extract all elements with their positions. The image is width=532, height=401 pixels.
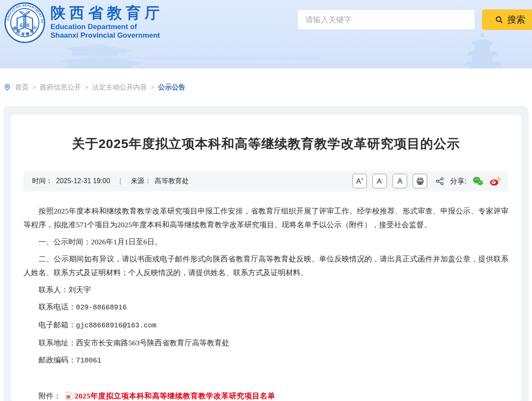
wechat-share-icon[interactable] xyxy=(472,175,484,187)
breadcrumb-separator: > xyxy=(151,84,154,91)
contact-address-label: 联系地址： xyxy=(38,339,76,347)
location-pin-icon xyxy=(3,83,11,91)
source-value: 高等教育处 xyxy=(154,177,189,186)
paragraph-item-1: 一、公示时间：2026年1月1日至6日。 xyxy=(24,235,508,249)
contact-phone-label: 联系电话： xyxy=(38,303,76,311)
font-increase-button[interactable]: A+ xyxy=(352,174,367,188)
contact-email-row: 电子邮箱：gjc88668916@163.com xyxy=(24,318,508,333)
weibo-share-icon[interactable] xyxy=(489,175,501,187)
attachment-row: 附件： PDF 2025年度拟立项本科和高等继续教育教学改革研究项目名单 xyxy=(24,389,508,401)
search-icon xyxy=(495,15,503,24)
time-value: 2025-12-31 19:00 xyxy=(56,177,110,185)
share-label: 分享: xyxy=(450,176,467,186)
wall-watermark xyxy=(81,55,321,61)
contact-zip-label: 邮政编码： xyxy=(38,356,76,364)
org-name-en-line2: Shaanxi Provincial Government xyxy=(50,31,163,40)
contact-zip-value: 710061 xyxy=(76,356,101,365)
attachment-link[interactable]: 2025年度拟立项本科和高等继续教育教学改革研究项目名单 xyxy=(75,389,275,401)
contact-address-row: 联系地址：西安市长安南路563号陕西省教育厅高等教育处 xyxy=(24,336,508,350)
paragraph-intro: 按照2025年度本科和继续教育教学改革研究项目申报工作安排，省教育厅组织开展了评… xyxy=(24,204,508,232)
breadcrumb-legal-disclosure[interactable]: 法定主动公开内容 xyxy=(92,83,147,92)
meta-divider: | xyxy=(119,177,121,185)
source-label: 来源： xyxy=(130,177,151,186)
breadcrumb-announcements[interactable]: 公示公告 xyxy=(158,83,186,92)
site-header: EDUCATION DEPARTMENT OF SHAANXI 陕西省教育厅 E… xyxy=(0,0,532,68)
article-body: 按照2025年度本科和继续教育教学改革研究项目申报工作安排，省教育厅组织开展了评… xyxy=(24,204,508,401)
breadcrumb-gov-info[interactable]: 政府信息公开 xyxy=(40,83,81,92)
time-label: 时间： xyxy=(32,177,53,186)
svg-text:PDF: PDF xyxy=(66,396,70,398)
org-name-en: Education Department of Shaanxi Provinci… xyxy=(50,23,163,40)
contact-address-value: 西安市长安南路563号陕西省教育厅高等教育处 xyxy=(76,339,230,347)
breadcrumb-home[interactable]: 首页 xyxy=(15,83,29,92)
font-reset-button[interactable]: A xyxy=(393,174,407,188)
logo-center-text: EDS xyxy=(20,23,30,28)
article-title: 关于2025年度拟立项本科和高等继续教育教学改革研究项目的公示 xyxy=(24,136,508,151)
content-panel: 关于2025年度拟立项本科和高等继续教育教学改革研究项目的公示 时间： 2025… xyxy=(3,106,529,401)
font-decrease-button[interactable]: A- xyxy=(372,174,387,188)
palace-watermark xyxy=(60,40,158,68)
search-button-label: 搜索 xyxy=(507,14,525,26)
department-logo[interactable]: EDUCATION DEPARTMENT OF SHAANXI 陕西省教育厅 E… xyxy=(4,2,45,43)
article-card: 关于2025年度拟立项本科和高等继续教育教学改革研究项目的公示 时间： 2025… xyxy=(11,115,521,401)
article-meta-info: 时间： 2025-12-31 19:00 | 来源： 高等教育处 xyxy=(32,177,189,186)
breadcrumb-separator: > xyxy=(33,84,36,91)
printer-icon xyxy=(416,177,424,185)
brand-block: 陕西省教育厅 Education Department of Shaanxi P… xyxy=(50,4,163,40)
page: EDUCATION DEPARTMENT OF SHAANXI 陕西省教育厅 E… xyxy=(0,0,532,401)
article-tools: A+ A- A xyxy=(352,174,501,188)
contact-phone-value: 029-88668916 xyxy=(76,303,127,312)
search-area xyxy=(297,9,475,30)
contact-phone-row: 联系电话：029-88668916 xyxy=(24,300,508,315)
org-name-en-line1: Education Department of xyxy=(50,23,163,31)
contact-email-value: gjc88668916@163.com xyxy=(76,321,157,330)
print-button[interactable] xyxy=(413,174,427,188)
org-name-cn: 陕西省教育厅 xyxy=(50,4,163,21)
paragraph-item-2: 二、公示期间如有异议，请以书面或电子邮件形式向陕西省教育厅高等教育处反映。单位反… xyxy=(24,252,508,279)
contact-zip-row: 邮政编码：710061 xyxy=(24,353,508,368)
article-meta-bar: 时间： 2025-12-31 19:00 | 来源： 高等教育处 A+ A- A xyxy=(24,171,508,191)
contact-person-row: 联系人：刘天宇 xyxy=(24,283,508,297)
search-input[interactable] xyxy=(297,9,475,30)
share-icon[interactable] xyxy=(435,177,444,186)
pagoda-watermark xyxy=(461,33,504,68)
search-button[interactable]: 搜索 xyxy=(482,9,532,30)
contact-email-label: 电子邮箱： xyxy=(38,321,76,329)
attachment-label: 附件： xyxy=(38,389,61,401)
document-file-icon: PDF xyxy=(65,392,73,400)
contact-person-value: 刘天宇 xyxy=(68,285,91,294)
breadcrumb: 首页 > 政府信息公开 > 法定主动公开内容 > 公示公告 xyxy=(3,83,532,92)
contact-person-label: 联系人： xyxy=(38,285,68,294)
breadcrumb-separator: > xyxy=(85,84,88,91)
